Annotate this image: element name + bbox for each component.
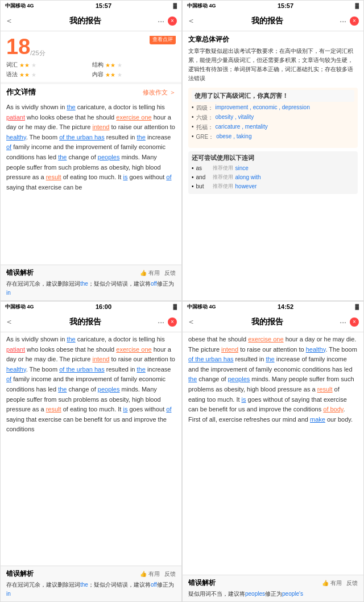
bl-word-result: result (46, 406, 61, 413)
feedback-button-br[interactable]: 反馈 (346, 579, 358, 587)
back-icon-bl[interactable]: ＜ (5, 317, 13, 327)
error-header-tl: 错误解析 👍 有用 反馈 (6, 268, 176, 278)
carrier-br: 中国移动 4G (187, 303, 216, 311)
br-word-of-body: of body (323, 406, 343, 413)
bl-word-is: is (123, 406, 127, 413)
more-icon-tl[interactable]: ··· (158, 17, 164, 26)
word-exercise-one: exercise one (116, 114, 151, 121)
nav-left-br: ＜ (187, 317, 195, 327)
vocab-item-6: • 六级： obesity , vitality (192, 114, 354, 122)
score-grid: 词汇 ★★★ 结构 ★★★ 语法 ★★★ 内容 ★★★ (6, 61, 176, 79)
word-of-the-urban: of the urban has (59, 134, 105, 141)
score-vocab: 词汇 ★★★ (6, 61, 90, 69)
conjunct-as: • as 推荐使用 since (192, 164, 354, 172)
battery-tr: ▓ (355, 3, 359, 9)
status-bar-br: 中国移动 4G 14:52 ▓ (183, 302, 363, 312)
bl-word-exercise-one: exercise one (116, 346, 151, 353)
score-badge[interactable]: 查看点评 (150, 36, 176, 44)
useful-button-tl[interactable]: 👍 有用 (140, 269, 160, 277)
nav-title-tl: 我的报告 (69, 16, 101, 26)
error-header-br: 错误解析 👍 有用 反馈 (188, 578, 358, 588)
battery-bl: ▓ (173, 304, 177, 310)
more-icon-bl[interactable]: ··· (158, 318, 164, 327)
review-section: 文章总体评价 文章字数疑似超出该考试字数要求；在高中级别下，有一定词汇积累，能使… (183, 31, 363, 300)
error-title-br: 错误解析 (188, 578, 216, 588)
bl-error-the: the (80, 582, 88, 588)
br-word-result: result (317, 386, 333, 393)
score-section: 查看点评 18/25分 词汇 ★★★ 结构 ★★★ 语法 ★★★ (1, 31, 181, 82)
nav-right-bl: ··· × (158, 318, 177, 327)
br-word-exercise-one: exercise one (248, 336, 283, 343)
error-header-bl: 错误解析 👍 有用 反馈 (6, 569, 176, 579)
nav-right-tr: ··· × (340, 17, 359, 26)
error-word-off: off (151, 281, 157, 287)
time-tr: 15:57 (278, 2, 293, 9)
br-word-peoples: peoples (228, 376, 250, 382)
vocab-item-gre: • GRE： obese , taking (192, 133, 354, 141)
word-result: result (46, 174, 61, 180)
word-the-2: the (137, 134, 146, 141)
nav-bar-br: ＜ 我的报告 ··· × (183, 312, 363, 332)
word-the-3: the (58, 154, 67, 160)
conjunct-but: • but 推荐使用 however (192, 183, 354, 190)
word-patiant: patiant (6, 114, 25, 121)
carrier-bl: 中国移动 4G (5, 303, 34, 311)
word-the-1: the (67, 104, 75, 110)
word-of-2: of (166, 174, 171, 180)
back-icon-tr[interactable]: ＜ (187, 16, 195, 26)
error-title-bl: 错误解析 (6, 569, 34, 579)
bl-error-in: in (6, 591, 11, 597)
error-title-tl: 错误解析 (6, 268, 34, 278)
feedback-button-bl[interactable]: 反馈 (164, 570, 176, 578)
useful-button-bl[interactable]: 👍 有用 (140, 570, 160, 578)
feedback-button-tl[interactable]: 反馈 (164, 269, 176, 277)
bl-error-off: off (151, 582, 157, 588)
close-icon-br[interactable]: × (350, 318, 359, 327)
close-icon-tl[interactable]: × (168, 17, 177, 26)
essay-header: 作文详情 修改作文 ＞ (1, 82, 181, 100)
nav-left-tr: ＜ (187, 16, 195, 26)
bl-word-peoples: peoples (98, 386, 120, 393)
bl-word-intend: intend (92, 356, 109, 362)
nav-title-br: 我的报告 (251, 317, 283, 327)
error-word-in: in (6, 290, 11, 296)
bl-word-the-2: the (137, 366, 146, 373)
nav-bar-tl: ＜ 我的报告 ··· × (1, 11, 181, 31)
useful-button-br[interactable]: 👍 有用 (322, 579, 342, 587)
bl-word-patiant: patiant (6, 346, 25, 353)
br-word-make: make (310, 416, 325, 423)
essay-edit-button[interactable]: 修改作文 ＞ (143, 88, 176, 97)
carrier-tl: 中国移动 4G (5, 2, 34, 10)
bl-word-of-the-urban: of the urban has (59, 366, 105, 373)
battery-br: ▓ (355, 304, 359, 310)
back-icon-tl[interactable]: ＜ (5, 16, 13, 26)
status-bar-tl: 中国移动 4G 15:57 ▓ (1, 1, 181, 11)
nav-title-bl: 我的报告 (69, 317, 101, 327)
close-icon-bl[interactable]: × (168, 318, 177, 327)
br-error-peoples-correct: people's (282, 591, 303, 597)
close-icon-tr[interactable]: × (350, 17, 359, 26)
back-icon-br[interactable]: ＜ (187, 317, 195, 327)
vocab-list: • 四级： improvement , economic , depressio… (192, 104, 354, 141)
word-is: is (123, 174, 127, 180)
error-section-bl: 错误解析 👍 有用 反馈 存在冠词冗余，建议删除冠词the；疑似介词错误，建议将… (1, 566, 181, 601)
more-icon-tr[interactable]: ··· (340, 17, 346, 26)
status-bar-tr: 中国移动 4G 15:57 ▓ (183, 1, 363, 11)
essay-title: 作文详情 (6, 87, 36, 97)
carrier-tr: 中国移动 4G (187, 2, 216, 10)
time-tl: 15:57 (96, 2, 111, 9)
score-max: /25分 (30, 50, 45, 56)
vocab-item-4: • 四级： improvement , economic , depressio… (192, 104, 354, 112)
word-healthy: healthy (6, 134, 26, 141)
more-icon-br[interactable]: ··· (340, 318, 346, 327)
time-bl: 16:00 (96, 303, 111, 310)
br-word-of-the-urban: of the urban has (188, 356, 234, 362)
nav-bar-tr: ＜ 我的报告 ··· × (183, 11, 363, 31)
bl-word-healthy: healthy (6, 366, 26, 373)
score-grammar: 语法 ★★★ (6, 71, 90, 79)
panel-bottom-right: 中国移动 4G 14:52 ▓ ＜ 我的报告 ··· × obese that … (182, 301, 364, 602)
nav-left-tl: ＜ (5, 16, 13, 26)
essay-content-bl: As is vividly shown in the caricature, a… (1, 332, 181, 566)
nav-title-tr: 我的报告 (251, 16, 283, 26)
error-actions-tl: 👍 有用 反馈 (140, 269, 176, 277)
